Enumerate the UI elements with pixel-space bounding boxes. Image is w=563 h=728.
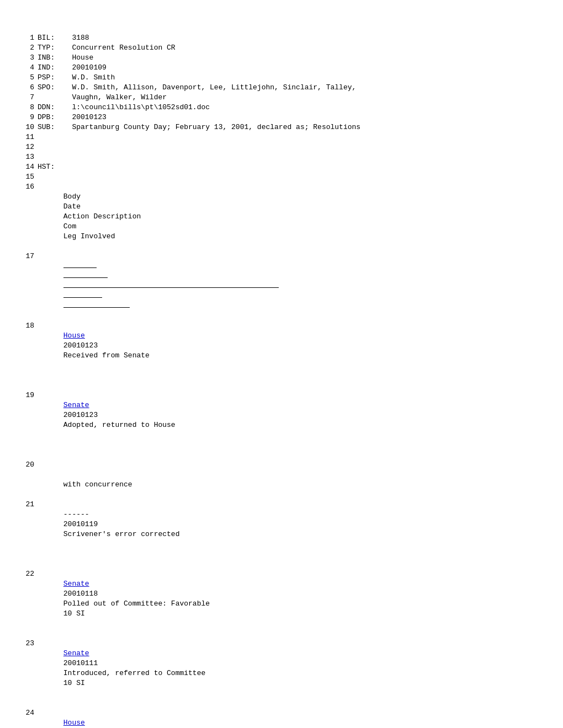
body-link-senate-2[interactable]: Senate bbox=[63, 579, 97, 589]
line-5: 5 PSP: W.D. Smith bbox=[22, 73, 541, 83]
header-body: Body bbox=[63, 192, 97, 202]
line-4: 4 IND: 20010109 bbox=[22, 63, 541, 73]
line-13: 13 bbox=[22, 152, 541, 162]
line-18: 18 House 20010123 Received from Senate bbox=[22, 321, 541, 390]
line-number: 17 bbox=[22, 251, 38, 321]
line-7: 7 Vaughn, Walker, Wilder bbox=[22, 93, 541, 103]
line-number: 14 bbox=[22, 162, 38, 172]
line-number: 18 bbox=[22, 321, 38, 390]
line-number: 11 bbox=[22, 132, 38, 142]
spo-continuation: Vaughn, Walker, Wilder bbox=[38, 93, 541, 103]
date-0: 20010123 bbox=[63, 341, 108, 351]
action-1b: with concurrence bbox=[63, 480, 132, 489]
line-number: 2 bbox=[22, 43, 38, 53]
line-3: 3 INB: House bbox=[22, 53, 541, 63]
line-11: 11 bbox=[22, 132, 541, 142]
line-number: 12 bbox=[22, 142, 38, 152]
line-1: 1 BIL: 3188 bbox=[22, 33, 541, 43]
header-date: Date bbox=[63, 202, 108, 212]
history-row-5: House 20010109 Introduced, adopted, sent… bbox=[38, 708, 541, 728]
com-4: 10 SI bbox=[63, 678, 102, 688]
line-number: 23 bbox=[22, 639, 38, 708]
line-number: 10 bbox=[22, 122, 38, 132]
history-row-1: Senate 20010123 Adopted, returned to Hou… bbox=[38, 390, 541, 460]
line-number: 19 bbox=[22, 390, 38, 460]
dpb-field: DPB: 20010123 bbox=[38, 113, 541, 122]
line-16: 16 Body Date Action Description Com Leg … bbox=[22, 182, 541, 251]
body-dashes: ------ bbox=[63, 510, 97, 520]
line-number: 13 bbox=[22, 152, 38, 162]
com-3: 10 SI bbox=[63, 609, 102, 619]
line-2: 2 TYP: Concurrent Resolution CR bbox=[22, 43, 541, 53]
date-4: 20010111 bbox=[63, 659, 108, 668]
header-com: Com bbox=[63, 222, 102, 232]
bil-field: BIL: 3188 bbox=[38, 33, 541, 43]
inb-field: INB: House bbox=[38, 53, 541, 63]
date-1: 20010123 bbox=[63, 410, 108, 420]
line-6: 6 SPO: W.D. Smith, Allison, Davenport, L… bbox=[22, 83, 541, 93]
action-2: Scrivener's error corrected bbox=[63, 529, 279, 539]
body-link-house[interactable]: House bbox=[63, 331, 97, 341]
line-24: 24 House 20010109 Introduced, adopted, s… bbox=[22, 708, 541, 728]
line-12: 12 bbox=[22, 142, 541, 152]
line-number: 6 bbox=[22, 83, 38, 93]
date-3: 20010118 bbox=[63, 589, 108, 599]
body-link-senate-1[interactable]: Senate bbox=[63, 400, 97, 410]
ind-field: IND: 20010109 bbox=[38, 63, 541, 73]
line-19: 19 Senate 20010123 Adopted, returned to … bbox=[22, 390, 541, 460]
history-underline bbox=[38, 251, 541, 321]
line-number: 21 bbox=[22, 500, 38, 569]
bill-document: 1 BIL: 3188 2 TYP: Concurrent Resolution… bbox=[22, 33, 541, 728]
line-20: 20 with concurrence bbox=[22, 460, 541, 500]
psp-field: PSP: W.D. Smith bbox=[38, 73, 541, 83]
line-number: 1 bbox=[22, 33, 38, 43]
body-link-house-2[interactable]: House bbox=[63, 718, 97, 728]
ddn-field: DDN: l:\council\bills\pt\1052sd01.doc bbox=[38, 103, 541, 113]
history-row-4: Senate 20010111 Introduced, referred to … bbox=[38, 639, 541, 708]
action-3: Polled out of Committee: Favorable bbox=[63, 599, 279, 609]
line-number: 4 bbox=[22, 63, 38, 73]
line-21: 21 ------ 20010119 Scrivener's error cor… bbox=[22, 500, 541, 569]
line-14: 14 HST: bbox=[22, 162, 541, 172]
line-number: 24 bbox=[22, 708, 38, 728]
line-number: 9 bbox=[22, 113, 38, 122]
history-header: Body Date Action Description Com Leg Inv… bbox=[38, 182, 541, 251]
line-8: 8 DDN: l:\council\bills\pt\1052sd01.doc bbox=[22, 103, 541, 113]
sub-field: SUB: Spartanburg County Day; February 13… bbox=[38, 122, 541, 132]
header-action: Action Description bbox=[63, 212, 279, 222]
history-row-0: House 20010123 Received from Senate bbox=[38, 321, 541, 390]
line-number: 3 bbox=[22, 53, 38, 63]
hst-label: HST: bbox=[38, 162, 541, 172]
line-number: 16 bbox=[22, 182, 38, 251]
line-22: 22 Senate 20010118 Polled out of Committ… bbox=[22, 569, 541, 639]
line-number: 15 bbox=[22, 172, 38, 182]
typ-field: TYP: Concurrent Resolution CR bbox=[38, 43, 541, 53]
line-number: 7 bbox=[22, 93, 38, 103]
body-link-senate-3[interactable]: Senate bbox=[63, 649, 97, 659]
line-9: 9 DPB: 20010123 bbox=[22, 113, 541, 122]
spo-field: SPO: W.D. Smith, Allison, Davenport, Lee… bbox=[38, 83, 541, 93]
action-4: Introduced, referred to Committee bbox=[63, 668, 279, 678]
line-10: 10 SUB: Spartanburg County Day; February… bbox=[22, 122, 541, 132]
line-23: 23 Senate 20010111 Introduced, referred … bbox=[22, 639, 541, 708]
line-15: 15 bbox=[22, 172, 541, 182]
header-leg: Leg Involved bbox=[63, 232, 115, 242]
action-0: Received from Senate bbox=[63, 351, 279, 361]
date-2: 20010119 bbox=[63, 520, 108, 529]
line-number: 5 bbox=[22, 73, 38, 83]
history-row-1b: with concurrence bbox=[38, 460, 541, 500]
action-1: Adopted, returned to House bbox=[63, 420, 279, 430]
line-number: 20 bbox=[22, 460, 38, 500]
line-number: 22 bbox=[22, 569, 38, 639]
line-number: 8 bbox=[22, 103, 38, 113]
history-row-2: ------ 20010119 Scrivener's error correc… bbox=[38, 500, 541, 569]
line-17: 17 bbox=[22, 251, 541, 321]
history-row-3: Senate 20010118 Polled out of Committee:… bbox=[38, 569, 541, 639]
